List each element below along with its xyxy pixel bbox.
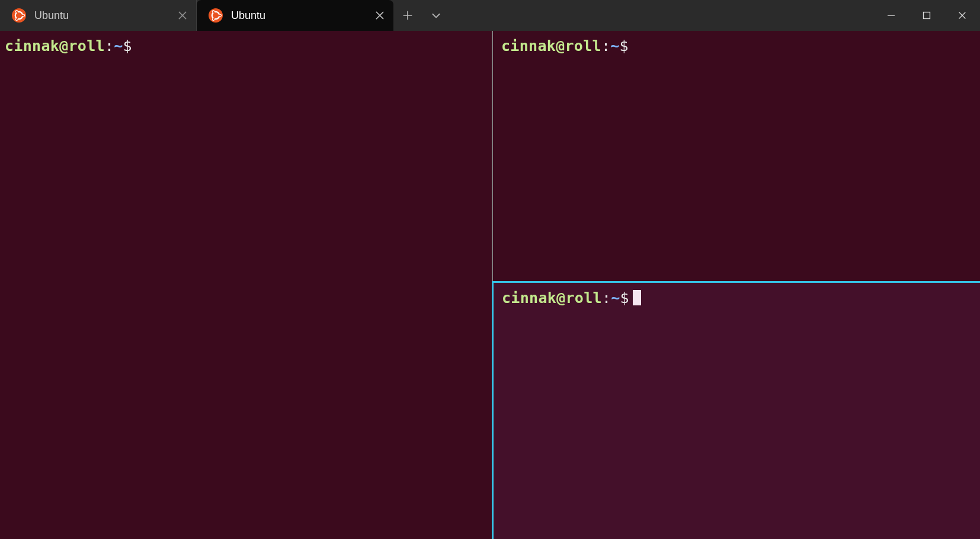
new-tab-button[interactable]: [393, 0, 422, 31]
tab-ubuntu-1[interactable]: Ubuntu: [0, 0, 197, 31]
prompt-userhost: cinnak@roll: [502, 289, 602, 307]
prompt-cwd: ~: [114, 37, 123, 55]
tab-dropdown-button[interactable]: [422, 0, 450, 31]
tab-label: Ubuntu: [34, 0, 169, 31]
close-tab-button[interactable]: [374, 10, 385, 21]
terminal-pane-right-group: cinnak@roll:~$ cinnak@roll:~$: [493, 31, 980, 539]
window-controls: [873, 0, 980, 31]
terminal-pane-left[interactable]: cinnak@roll:~$: [0, 31, 493, 539]
minimize-button[interactable]: [873, 0, 909, 31]
prompt-symbol: $: [620, 289, 629, 307]
terminal-content: cinnak@roll:~$: [493, 31, 980, 55]
ubuntu-logo-icon: [12, 8, 26, 23]
terminal-workspace: cinnak@roll:~$ cinnak@roll:~$ cinnak@rol…: [0, 31, 980, 539]
maximize-button[interactable]: [909, 0, 944, 31]
prompt-symbol: $: [123, 37, 132, 55]
titlebar: Ubuntu Ubuntu: [0, 0, 980, 31]
text-cursor: [633, 290, 641, 305]
tab-actions: [393, 0, 450, 31]
ubuntu-logo-icon: [209, 8, 223, 23]
prompt-symbol: $: [620, 37, 629, 55]
prompt-cwd: ~: [611, 289, 620, 307]
terminal-pane-right-top[interactable]: cinnak@roll:~$: [493, 31, 980, 281]
tab-strip: Ubuntu Ubuntu: [0, 0, 393, 31]
prompt-userhost: cinnak@roll: [5, 37, 105, 55]
prompt-colon: :: [601, 37, 610, 55]
tab-ubuntu-2[interactable]: Ubuntu: [197, 0, 393, 31]
prompt-userhost: cinnak@roll: [501, 37, 601, 55]
close-window-button[interactable]: [944, 0, 980, 31]
terminal-content: cinnak@roll:~$: [0, 31, 492, 55]
tab-label: Ubuntu: [231, 0, 366, 31]
close-tab-button[interactable]: [177, 10, 188, 21]
prompt-cwd: ~: [610, 37, 619, 55]
prompt-colon: :: [105, 37, 114, 55]
terminal-pane-right-bottom[interactable]: cinnak@roll:~$: [492, 281, 980, 539]
terminal-content: cinnak@roll:~$: [494, 283, 980, 307]
prompt-colon: :: [602, 289, 611, 307]
svg-rect-8: [924, 12, 930, 19]
